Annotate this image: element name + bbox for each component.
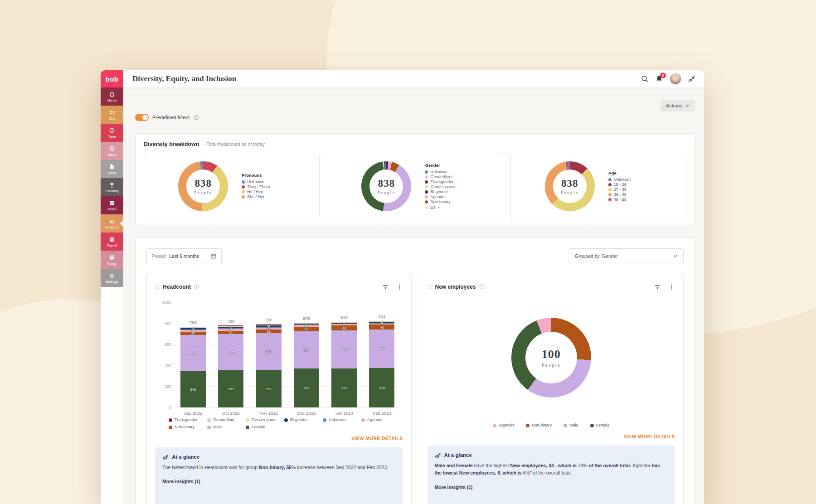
more-insights-link[interactable]: More insights (1) xyxy=(435,485,668,490)
avatar[interactable] xyxy=(670,73,681,85)
legend-label: Non-binary xyxy=(532,423,552,428)
more-insights-link[interactable]: More insights (1) xyxy=(162,479,396,484)
grouped-by-label: Grouped by xyxy=(575,253,600,259)
sidebar-item-settings[interactable]: Settings xyxy=(101,269,123,287)
sidebar-item-label: Planning xyxy=(105,189,118,193)
headcount-total-label: People xyxy=(194,190,212,195)
headcount-bar-feb-2023: 981146365376824Feb 2023 xyxy=(369,321,394,407)
sidebar-item-org[interactable]: Org xyxy=(101,106,123,124)
sidebar-item-comp[interactable]: $Comp. xyxy=(101,251,123,269)
legend-title: Gender xyxy=(425,163,468,168)
collapse-icon[interactable] xyxy=(688,75,696,83)
legend-item-46-55: 46 - 55 xyxy=(608,197,652,202)
legend-label: Unknown xyxy=(247,179,264,184)
bar-segment-value: 46 xyxy=(304,327,308,331)
bar-segment-female: 346 xyxy=(180,371,206,407)
sidebar-item-label: Time xyxy=(108,135,116,139)
sidebar-item-talent[interactable]: Talent xyxy=(101,142,123,160)
legend-dot xyxy=(242,180,245,184)
search-icon[interactable] xyxy=(641,75,649,83)
actions-button[interactable]: Actions xyxy=(661,100,695,111)
sidebar-item-time[interactable]: Time xyxy=(101,124,123,142)
y-axis-tick: 400 xyxy=(156,363,171,368)
comp-icon: $ xyxy=(109,254,115,261)
headcount-widget: Headcount xyxy=(146,274,412,504)
legend-item-genderfluid: Genderfluid xyxy=(207,417,246,422)
legend-item-they-them: They / Them xyxy=(242,184,285,189)
sidebar-item-tasks[interactable]: Tasks xyxy=(101,196,123,214)
drag-handle-icon[interactable] xyxy=(155,284,160,290)
sidebar-item-label: Home xyxy=(107,98,117,102)
legend-page-indicator: 1/2 xyxy=(430,205,435,210)
legend-label: Unknown xyxy=(329,417,346,422)
grouped-by-select[interactable]: Grouped by Gender xyxy=(569,248,684,263)
bar-segment-non-binary: 30 xyxy=(180,332,206,335)
filter-icon[interactable] xyxy=(654,284,661,291)
legend-dot xyxy=(608,193,612,196)
preset-label: Preset: xyxy=(151,253,166,259)
legend-item-unknown: Unknown xyxy=(323,417,361,422)
legend-dot xyxy=(425,185,428,189)
sidebar-item-label: Org xyxy=(109,116,115,121)
sidebar-item-label: Analytics xyxy=(105,225,119,229)
legend-dot xyxy=(284,418,288,422)
top-bar: Diversity, Equity, and Inclusion 3 xyxy=(123,70,704,87)
new-employees-title: New employees xyxy=(435,284,476,290)
new-employees-total: 100 xyxy=(542,348,561,361)
legend-dot xyxy=(323,418,326,422)
page-title: Diversity, Equity, and Inclusion xyxy=(132,74,236,83)
bar-segment-male: 347 xyxy=(218,334,243,371)
kebab-menu-icon[interactable] xyxy=(668,284,675,291)
x-axis-label: Sep 2022 xyxy=(184,411,203,416)
legend-pager: ▲1/2▼ xyxy=(425,205,468,210)
org-icon xyxy=(109,109,115,116)
bar-segment-non-binary: 46 xyxy=(369,325,394,330)
legend-page-down-icon[interactable]: ▼ xyxy=(437,206,440,209)
bar-total-label: 780 xyxy=(227,319,234,324)
headcount-bar-dec-2022: 81446354369805Dec 2022 xyxy=(294,323,319,407)
headcount-total: 838 xyxy=(194,178,212,189)
legend-dot xyxy=(169,426,172,429)
legend-page-up-icon[interactable]: ▲ xyxy=(425,206,428,209)
legend-dot xyxy=(608,188,612,191)
docs-icon xyxy=(109,164,115,170)
at-a-glance-title: At a glance xyxy=(444,452,472,458)
drag-handle-icon[interactable] xyxy=(427,284,432,290)
chevron-down-icon xyxy=(673,253,678,258)
bar-segment-value: 48 xyxy=(342,326,346,330)
legend-dot xyxy=(246,426,249,429)
bar-segment-male: 348 xyxy=(256,333,282,370)
legend-item-gender-queer: Gender queer xyxy=(246,417,284,422)
preset-date-picker[interactable]: Preset: Last 6 months xyxy=(146,248,222,263)
legend-item-gender-queer: Gender queer xyxy=(425,184,468,189)
info-icon[interactable] xyxy=(479,284,485,290)
headcount-total-label: People xyxy=(378,190,396,195)
predefined-filters-toggle[interactable] xyxy=(135,114,149,121)
notifications-bell-icon[interactable]: 3 xyxy=(655,75,663,83)
bar-segment-male: 365 xyxy=(369,330,394,368)
sidebar-item-analytics[interactable]: Analytics xyxy=(101,214,123,233)
legend-item-27-35: 27 - 35 xyxy=(608,187,652,192)
sidebar-item-home[interactable]: Home xyxy=(101,87,123,106)
kebab-menu-icon[interactable] xyxy=(396,284,403,291)
filter-icon[interactable] xyxy=(382,284,389,291)
sidebar-item-payroll[interactable]: $Payroll xyxy=(101,233,123,251)
sidebar-item-planning[interactable]: Planning xyxy=(101,178,123,196)
legend-item-male: Male xyxy=(563,423,578,428)
x-axis-label: Oct 2022 xyxy=(222,411,240,416)
legend-item-unknown: Unknown xyxy=(608,177,652,182)
legend-label: Bi-gender xyxy=(290,417,308,422)
pronouns-donut-chart: 838People xyxy=(178,161,228,211)
info-icon[interactable] xyxy=(194,115,199,120)
legend-dot xyxy=(246,418,249,422)
info-icon[interactable] xyxy=(194,284,199,290)
headcount-view-more-link[interactable]: VIEW MORE DETAILS xyxy=(155,436,403,441)
legend-label: Agender xyxy=(430,194,446,199)
legend-dot xyxy=(242,195,245,199)
legend-dot xyxy=(425,200,428,204)
at-a-glance-title: At a glance xyxy=(172,454,199,460)
sidebar-item-docs[interactable]: Docs xyxy=(101,160,123,178)
breakdown-card-gender: 838PeopleGenderUnknownGenderfluidTransge… xyxy=(327,153,503,219)
new-employees-view-more-link[interactable]: VIEW MORE DETAILS xyxy=(427,434,675,439)
sidebar-item-label: Talent xyxy=(107,153,117,157)
